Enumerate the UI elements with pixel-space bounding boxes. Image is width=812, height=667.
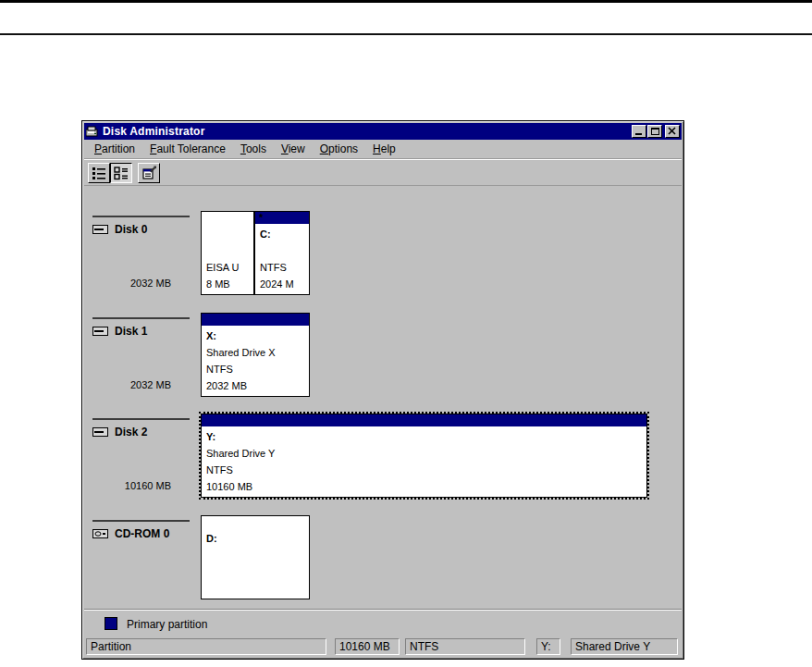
- partition-line: Shared Drive Y: [206, 445, 645, 462]
- disk-row-2: Disk 2 10160 MB Y: Shared Drive Y NTFS 1…: [84, 414, 682, 515]
- menu-options[interactable]: Options: [313, 141, 365, 157]
- partition-line: D:: [206, 530, 307, 547]
- disk-area: Disk 0 2032 MB EISA U 8 MB: [84, 186, 682, 609]
- disk-size: 2032 MB: [92, 379, 171, 390]
- list-view-icon: [92, 166, 106, 180]
- partition-line: 2024 M: [260, 276, 307, 292]
- menu-view[interactable]: View: [274, 141, 313, 157]
- close-button[interactable]: [665, 125, 680, 138]
- cdrom-icon: [92, 529, 108, 538]
- hard-disk-icon: [92, 225, 108, 234]
- close-icon: [666, 126, 679, 137]
- partition-line: [260, 242, 307, 259]
- partition-x[interactable]: X: Shared Drive X NTFS 2032 MB: [201, 313, 310, 397]
- primary-partition-swatch: [105, 617, 117, 630]
- document-page: Disk Administrator Partition Fault Toler…: [0, 0, 812, 667]
- status-drive-letter: Y:: [536, 638, 560, 655]
- minimize-icon: [635, 133, 642, 135]
- row-separator: [92, 216, 190, 217]
- cdrom-row: CD-ROM 0 D:: [84, 515, 682, 617]
- volumes-view-button[interactable]: [110, 163, 132, 183]
- partition-line: NTFS: [206, 462, 645, 478]
- partition-line: NTFS: [206, 361, 307, 377]
- maximize-icon: [651, 128, 659, 135]
- row-separator: [92, 418, 190, 420]
- status-filesystem: NTFS: [405, 638, 525, 655]
- disk-administrator-window: Disk Administrator Partition Fault Toler…: [81, 120, 684, 660]
- toolbar: [84, 161, 682, 186]
- active-partition-marker: *: [259, 212, 263, 223]
- disk-name: Disk 0: [115, 223, 147, 236]
- partition-d[interactable]: D:: [201, 515, 310, 599]
- partition-line: [206, 242, 252, 259]
- partition-band: [202, 212, 253, 224]
- partition-line: EISA U: [206, 259, 252, 276]
- maximize-button[interactable]: [647, 125, 662, 138]
- app-icon: [86, 126, 99, 137]
- menu-tools[interactable]: Tools: [233, 141, 274, 157]
- legend-label: Primary partition: [127, 618, 207, 631]
- partition-band: *: [255, 212, 309, 224]
- partition-line: Shared Drive X: [206, 344, 307, 361]
- status-object-type: Partition: [86, 638, 326, 655]
- row-separator: [92, 317, 190, 319]
- properties-icon: [141, 166, 156, 180]
- partition-line: [206, 563, 307, 580]
- hard-disk-icon: [92, 327, 108, 336]
- disk-row-1: Disk 1 2032 MB X: Shared Drive X NTFS 20…: [84, 313, 682, 414]
- partition-line: 2032 MB: [206, 377, 307, 394]
- window-title: Disk Administrator: [103, 125, 205, 138]
- menu-bar: Partition Fault Tolerance Tools View Opt…: [84, 140, 682, 159]
- disk-row-0: Disk 0 2032 MB EISA U 8 MB: [84, 211, 682, 313]
- partition-c[interactable]: * C: NTFS 2024 M: [254, 211, 310, 295]
- menu-partition[interactable]: Partition: [87, 141, 142, 157]
- disk-name: Disk 1: [115, 325, 147, 338]
- disk-name: Disk 2: [115, 426, 147, 438]
- row-separator: [92, 520, 190, 522]
- partition-line: [206, 226, 252, 242]
- disk-size: 10160 MB: [92, 480, 171, 491]
- partition-eisa[interactable]: EISA U 8 MB: [201, 211, 254, 295]
- status-bar: Partition 10160 MB NTFS Y: Shared Drive …: [84, 637, 682, 657]
- partition-line: Y:: [206, 428, 645, 445]
- status-volume-label: Shared Drive Y: [571, 638, 678, 655]
- volumes-view-icon: [114, 166, 129, 180]
- properties-button[interactable]: [138, 163, 160, 183]
- hard-disk-icon: [92, 427, 108, 437]
- legend-bar: Primary partition: [84, 609, 682, 637]
- title-bar[interactable]: Disk Administrator: [84, 123, 682, 140]
- minimize-button[interactable]: [632, 125, 646, 138]
- partition-band: [202, 314, 309, 326]
- partition-line: X:: [206, 327, 307, 344]
- disk-name: CD-ROM 0: [115, 527, 169, 540]
- partition-line: [206, 580, 307, 597]
- partition-line: NTFS: [260, 259, 307, 276]
- partition-band: [202, 414, 646, 426]
- disk-configuration-view-button[interactable]: [88, 163, 110, 183]
- partition-line: 10160 MB: [206, 478, 645, 495]
- partition-y-selected[interactable]: Y: Shared Drive Y NTFS 10160 MB: [201, 414, 647, 498]
- partition-line: [206, 547, 307, 563]
- partition-line: C:: [260, 226, 307, 242]
- partition-band: [202, 516, 309, 528]
- status-size: 10160 MB: [335, 638, 400, 655]
- disk-size: 2032 MB: [92, 278, 171, 289]
- partition-line: 8 MB: [206, 276, 252, 292]
- page-top-border: [0, 0, 812, 3]
- page-horizontal-rule: [0, 33, 812, 35]
- menu-fault-tolerance[interactable]: Fault Tolerance: [142, 141, 233, 157]
- menu-help[interactable]: Help: [365, 141, 403, 157]
